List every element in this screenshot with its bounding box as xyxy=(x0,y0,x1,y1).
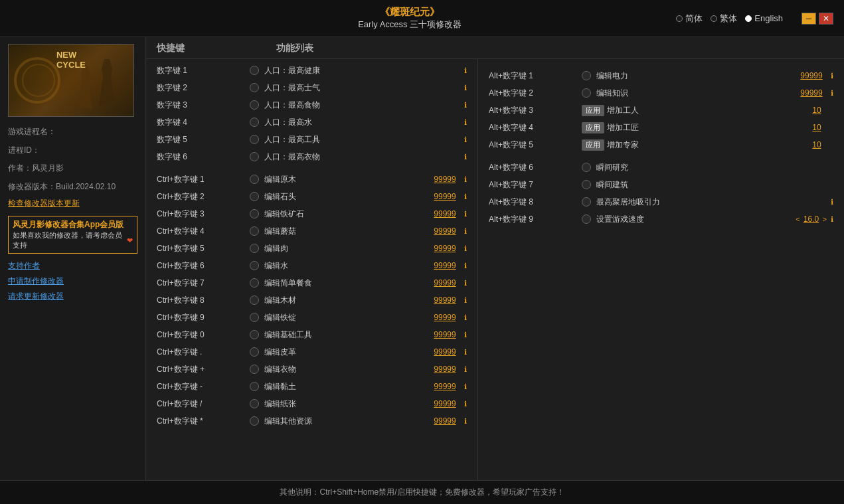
value-ctrl2[interactable]: 99999 xyxy=(428,192,462,201)
close-button[interactable]: ✕ xyxy=(819,13,833,25)
value-ctrl9[interactable]: 99999 xyxy=(428,313,462,322)
value-alt3[interactable]: 10 xyxy=(800,106,833,115)
info-alt1[interactable]: ℹ xyxy=(831,72,833,80)
feature-ctrl-slash: 编辑纸张 xyxy=(264,398,428,410)
toggle-ctrl-minus[interactable] xyxy=(250,382,259,391)
info-numpad5[interactable]: ℹ xyxy=(464,135,467,144)
value-alt4[interactable]: 10 xyxy=(800,123,833,132)
value-ctrl6[interactable]: 99999 xyxy=(428,261,462,270)
info-numpad1[interactable]: ℹ xyxy=(464,66,467,75)
toggle-ctrl4[interactable] xyxy=(250,226,259,236)
info-ctrl-dot[interactable]: ℹ xyxy=(464,348,467,357)
shortcut-ctrl7: Ctrl+数字键 7 xyxy=(157,278,250,289)
info-ctrl2[interactable]: ℹ xyxy=(464,193,467,201)
feature-alt7: 瞬间建筑 xyxy=(596,179,833,191)
value-ctrl-star[interactable]: 99999 xyxy=(428,416,462,426)
value-ctrl3[interactable]: 99999 xyxy=(428,209,462,218)
cheat-row-ctrl4: Ctrl+数字键 4 编辑蘑菇 99999 ℹ xyxy=(146,222,477,240)
language-selector: 简体 繁体 English ─ ✕ xyxy=(676,13,833,25)
value-ctrl8[interactable]: 99999 xyxy=(428,295,462,305)
info-numpad6[interactable]: ℹ xyxy=(464,153,467,161)
toggle-alt6[interactable] xyxy=(582,163,591,172)
update-trainer-link[interactable]: 请求更新修改器 xyxy=(8,291,137,302)
toggle-ctrl8[interactable] xyxy=(250,295,259,305)
info-alt9[interactable]: ℹ xyxy=(831,215,833,224)
lang-traditional-radio[interactable] xyxy=(711,15,717,22)
toggle-numpad6[interactable] xyxy=(250,152,259,161)
toggle-ctrl9[interactable] xyxy=(250,313,259,322)
toggle-numpad1[interactable] xyxy=(250,66,259,75)
value-ctrl1[interactable]: 99999 xyxy=(428,175,462,184)
cheat-row-numpad2: 数字键 2 人口：最高士气 ℹ xyxy=(146,79,477,96)
support-author-link[interactable]: 支持作者 xyxy=(8,260,137,272)
toggle-ctrl7[interactable] xyxy=(250,278,259,288)
toggle-alt8[interactable] xyxy=(582,197,591,207)
info-alt8[interactable]: ℹ xyxy=(831,198,833,207)
toggle-ctrl-plus[interactable] xyxy=(250,365,259,374)
toggle-alt2[interactable] xyxy=(582,88,591,98)
request-trainer-link[interactable]: 申请制作修改器 xyxy=(8,276,137,287)
minimize-button[interactable]: ─ xyxy=(802,13,816,25)
value-ctrl0[interactable]: 99999 xyxy=(428,330,462,339)
apply-craftsman-button[interactable]: 应用 xyxy=(582,122,604,133)
info-alt2[interactable]: ℹ xyxy=(831,89,833,98)
lang-simplified-radio[interactable] xyxy=(676,15,683,22)
value-ctrl-dot[interactable]: 99999 xyxy=(428,347,462,357)
value-alt2[interactable]: 99999 xyxy=(795,88,828,98)
toggle-numpad5[interactable] xyxy=(250,135,259,144)
toggle-numpad4[interactable] xyxy=(250,118,259,127)
info-ctrl4[interactable]: ℹ xyxy=(464,227,467,236)
value-ctrl7[interactable]: 99999 xyxy=(428,278,462,288)
info-numpad4[interactable]: ℹ xyxy=(464,118,467,127)
value-ctrl4[interactable]: 99999 xyxy=(428,226,462,236)
info-ctrl-plus[interactable]: ℹ xyxy=(464,365,467,374)
speed-step-left[interactable]: < xyxy=(794,215,801,223)
toggle-numpad2[interactable] xyxy=(250,83,259,92)
info-ctrl3[interactable]: ℹ xyxy=(464,210,467,218)
check-update-link[interactable]: 检查修改器版本更新 xyxy=(8,198,137,209)
info-ctrl5[interactable]: ℹ xyxy=(464,244,467,253)
value-ctrl-minus[interactable]: 99999 xyxy=(428,382,462,391)
info-ctrl6[interactable]: ℹ xyxy=(464,262,467,270)
toggle-ctrl0[interactable] xyxy=(250,330,259,339)
toggle-ctrl-star[interactable] xyxy=(250,416,259,426)
toggle-ctrl2[interactable] xyxy=(250,192,259,201)
value-ctrl5[interactable]: 99999 xyxy=(428,244,462,253)
info-ctrl7[interactable]: ℹ xyxy=(464,279,467,288)
info-ctrl8[interactable]: ℹ xyxy=(464,296,467,305)
info-ctrl-star[interactable]: ℹ xyxy=(464,417,467,426)
toggle-alt7[interactable] xyxy=(582,180,591,189)
content-body: 数字键 1 人口：最高健康 ℹ 数字键 2 人口：最高士气 ℹ 数字键 3 人口… xyxy=(146,59,844,480)
info-ctrl1[interactable]: ℹ xyxy=(464,175,467,184)
lang-english-radio[interactable] xyxy=(745,15,752,22)
value-ctrl-plus[interactable]: 99999 xyxy=(428,365,462,374)
toggle-alt1[interactable] xyxy=(582,71,591,80)
toggle-ctrl3[interactable] xyxy=(250,209,259,218)
membership-desc-text: 如果喜欢我的修改器，请考虑会员支持 xyxy=(13,230,126,250)
info-ctrl9[interactable]: ℹ xyxy=(464,313,467,322)
value-alt1[interactable]: 99999 xyxy=(795,71,828,80)
toggle-ctrl-slash[interactable] xyxy=(250,399,259,408)
info-ctrl0[interactable]: ℹ xyxy=(464,331,467,339)
toggle-numpad3[interactable] xyxy=(250,100,259,110)
toggle-ctrl6[interactable] xyxy=(250,261,259,270)
toggle-ctrl1[interactable] xyxy=(250,175,259,184)
shortcut-ctrl-slash: Ctrl+数字键 / xyxy=(157,398,250,410)
value-alt5[interactable]: 10 xyxy=(800,140,833,149)
info-numpad3[interactable]: ℹ xyxy=(464,101,467,110)
lang-english-label: English xyxy=(754,13,783,23)
shortcut-ctrl1: Ctrl+数字键 1 xyxy=(157,174,250,185)
apply-worker-button[interactable]: 应用 xyxy=(582,105,604,116)
toggle-alt9[interactable] xyxy=(582,214,591,224)
speed-step-right[interactable]: > xyxy=(821,215,828,223)
toggle-ctrl-dot[interactable] xyxy=(250,347,259,357)
info-numpad2[interactable]: ℹ xyxy=(464,84,467,92)
apply-expert-button[interactable]: 应用 xyxy=(582,139,604,151)
value-ctrl-slash[interactable]: 99999 xyxy=(428,399,462,408)
lang-traditional[interactable]: 繁体 xyxy=(711,13,737,25)
toggle-ctrl5[interactable] xyxy=(250,244,259,253)
lang-english[interactable]: English xyxy=(745,13,783,23)
info-ctrl-minus[interactable]: ℹ xyxy=(464,382,467,391)
lang-simplified[interactable]: 简体 xyxy=(676,13,703,25)
info-ctrl-slash[interactable]: ℹ xyxy=(464,400,467,408)
